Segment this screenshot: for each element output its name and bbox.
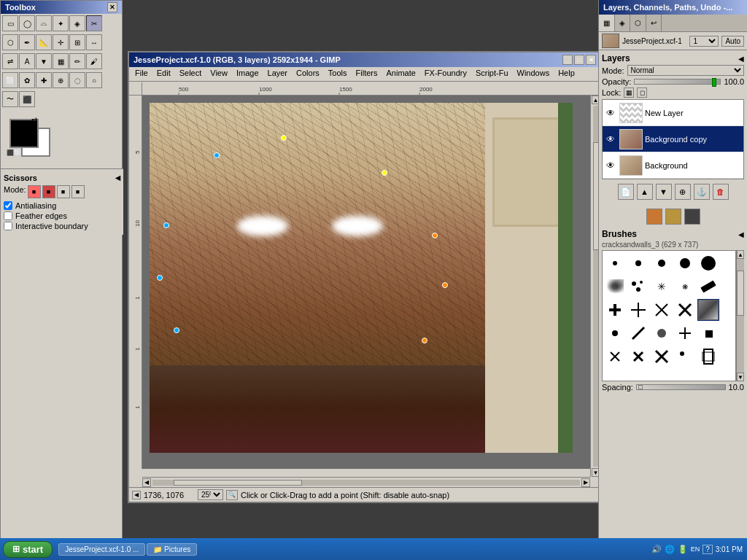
scissors-tool[interactable]: ✂ xyxy=(86,15,102,31)
tab-channels[interactable]: ◈ xyxy=(615,15,630,31)
brush-item-star1[interactable]: ✳ xyxy=(651,276,673,298)
move-tool[interactable]: ✛ xyxy=(53,34,69,50)
brush-item-dot-sm4[interactable] xyxy=(651,322,673,344)
horizontal-scrollbar[interactable]: ◀ ▶ xyxy=(142,477,590,487)
lower-layer-btn[interactable]: ▼ xyxy=(656,184,672,200)
lasso-tool[interactable]: ⌓ xyxy=(36,15,52,31)
eraser-tool[interactable]: ⬜ xyxy=(2,72,18,88)
start-button[interactable]: ⊞ start xyxy=(3,541,53,558)
hscroll-thumb[interactable] xyxy=(174,480,302,486)
brush-item-dot-sm3[interactable] xyxy=(604,322,626,344)
menu-view[interactable]: View xyxy=(206,68,232,80)
brush-item-line1[interactable] xyxy=(627,322,649,344)
brush-item-scatter2[interactable] xyxy=(627,276,649,298)
brush-scroll-down-btn[interactable]: ▼ xyxy=(737,373,744,381)
brush-scrollbar[interactable]: ▲ ▼ xyxy=(736,250,744,381)
spacing-slider[interactable] xyxy=(636,384,726,390)
reset-colors-icon[interactable]: ⬛⬜ xyxy=(7,149,21,156)
interactive-boundary-checkbox[interactable] xyxy=(4,222,12,230)
alignment-tool[interactable]: ⊞ xyxy=(69,34,85,50)
anchor-layer-btn[interactable]: ⚓ xyxy=(694,184,710,200)
scissors-collapse-btn[interactable]: ◀ xyxy=(115,174,120,182)
menu-edit[interactable]: Edit xyxy=(152,68,175,80)
fuzzy-select-tool[interactable]: ✦ xyxy=(53,15,69,31)
toolbox-close-button[interactable]: ✕ xyxy=(107,2,117,12)
ellipse-select-tool[interactable]: ◯ xyxy=(19,15,35,31)
mode-btn-1[interactable]: ■ xyxy=(28,185,41,198)
menu-windows[interactable]: Windows xyxy=(513,68,554,80)
airbrush-tool[interactable]: ✿ xyxy=(19,72,35,88)
menu-file[interactable]: File xyxy=(131,68,152,80)
clone-tool[interactable]: ⊕ xyxy=(53,72,69,88)
brush-item-cross1[interactable] xyxy=(604,299,626,321)
menu-image[interactable]: Image xyxy=(232,68,263,80)
paths-tool[interactable]: ⬡ xyxy=(2,34,18,50)
duplicate-layer-btn[interactable]: ⊕ xyxy=(675,184,691,200)
paintbrush-tool[interactable]: 🖌 xyxy=(86,53,102,69)
measure-tool[interactable]: 📐 xyxy=(36,34,52,50)
brush-scroll-up-btn[interactable]: ▲ xyxy=(737,250,744,259)
scroll-right-btn[interactable]: ▶ xyxy=(581,478,590,487)
brush-item-complex1[interactable] xyxy=(697,346,719,368)
layer-item-new-layer[interactable]: 👁 New Layer xyxy=(603,100,743,126)
brush-item-dot-md[interactable] xyxy=(651,252,673,274)
blur-tool[interactable]: ◌ xyxy=(69,72,85,88)
mode-btn-2[interactable]: ■ xyxy=(42,185,55,198)
layer-visibility-new[interactable]: 👁 xyxy=(604,106,617,120)
taskbar-pictures[interactable]: 📁 Pictures xyxy=(147,543,197,556)
opacity-slider[interactable] xyxy=(634,79,721,85)
antialiasing-checkbox[interactable] xyxy=(4,201,12,210)
raise-layer-btn[interactable]: ▲ xyxy=(637,184,653,200)
blend-mode-select[interactable]: Normal Multiply Screen xyxy=(627,65,744,76)
layer-visibility-copy[interactable]: 👁 xyxy=(604,133,617,146)
brush-item-selected[interactable] xyxy=(697,299,719,321)
brush-item-angled1[interactable] xyxy=(697,276,719,298)
swap-colors-icon[interactable]: ⇄ xyxy=(31,116,37,124)
hscroll-track[interactable] xyxy=(152,480,580,486)
brush-item-scatter1[interactable] xyxy=(604,276,626,298)
tray-help-btn[interactable]: ? xyxy=(703,545,713,554)
brush-item-dot-sm1[interactable] xyxy=(604,252,626,274)
brush-item-x3[interactable] xyxy=(604,346,626,368)
by-color-tool[interactable]: ◈ xyxy=(69,15,85,31)
tab-layers[interactable]: ▦ xyxy=(599,15,615,31)
lock-alpha-btn[interactable]: ◻ xyxy=(637,88,647,98)
close-button[interactable]: ✕ xyxy=(586,55,596,65)
spacing-handle[interactable] xyxy=(638,385,643,389)
zoom-select[interactable]: 25%50%100% xyxy=(198,489,223,500)
brush-item-cross2[interactable] xyxy=(627,299,649,321)
menu-help[interactable]: Help xyxy=(554,68,579,80)
color-picker-tool[interactable]: ✒ xyxy=(19,34,35,50)
scroll-left-btn[interactable]: ◀ xyxy=(142,478,151,487)
new-layer-btn[interactable]: 📄 xyxy=(618,184,634,200)
heal-tool[interactable]: ✚ xyxy=(36,72,52,88)
flip-tool[interactable]: ⇌ xyxy=(2,53,18,69)
brush-scroll-thumb[interactable] xyxy=(737,271,744,316)
layer-item-background[interactable]: 👁 Background xyxy=(603,152,743,179)
menu-filters[interactable]: Filters xyxy=(352,68,382,80)
swatch-orange[interactable] xyxy=(646,209,662,225)
pencil-tool[interactable]: ✏ xyxy=(69,53,85,69)
delete-layer-btn[interactable]: 🗑 xyxy=(713,184,729,200)
maximize-button[interactable]: □ xyxy=(574,55,584,65)
zoom-icon[interactable]: 🔍 xyxy=(226,490,238,500)
menu-fx[interactable]: FX-Foundry xyxy=(420,68,471,80)
tab-paths[interactable]: ⬡ xyxy=(630,15,646,31)
feather-edges-checkbox[interactable] xyxy=(4,211,12,220)
brush-item-cross3[interactable] xyxy=(674,322,696,344)
brush-item-x4[interactable] xyxy=(627,346,649,368)
transform-tool[interactable]: ↔ xyxy=(86,34,102,50)
brush-scroll-track[interactable] xyxy=(737,259,744,373)
blend-tool[interactable]: ▦ xyxy=(53,53,69,69)
brush-item-star2[interactable]: ❋ xyxy=(674,276,696,298)
tab-undo[interactable]: ↩ xyxy=(646,15,662,31)
layer-visibility-bg[interactable]: 👁 xyxy=(604,159,617,172)
canvas-area[interactable] xyxy=(142,96,590,469)
custom-brush-tool[interactable]: ⬛ xyxy=(19,91,35,107)
layer-item-background-copy[interactable]: 👁 Background copy xyxy=(603,126,743,152)
swatch-tan[interactable] xyxy=(665,209,681,225)
brush-item-dot-xl[interactable] xyxy=(697,252,719,274)
text-tool[interactable]: A xyxy=(19,53,35,69)
mode-btn-4[interactable]: ■ xyxy=(71,185,85,198)
brush-grid[interactable]: ✳ ❋ xyxy=(602,250,736,381)
